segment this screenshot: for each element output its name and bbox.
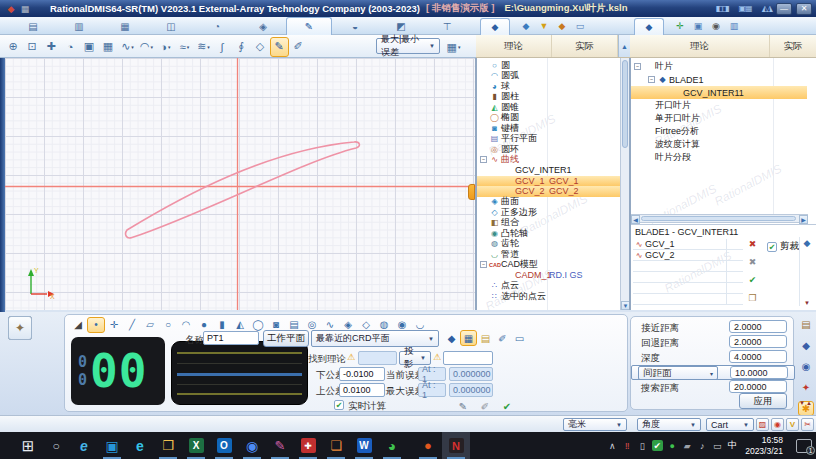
minimize-button[interactable]: — — [776, 3, 792, 15]
start-button[interactable]: ⊞ — [14, 432, 42, 459]
stats-icon[interactable]: ▥ — [726, 18, 742, 35]
tree-item[interactable]: ◡ 管道 — [477, 249, 620, 260]
excel-icon[interactable]: X — [182, 432, 210, 459]
tree-item[interactable]: ◎ 圆环 — [477, 144, 620, 155]
plane-select[interactable]: 最靠近的CRD平面▼ — [311, 330, 439, 347]
scan-patch-icon[interactable]: ≋▾ — [194, 37, 213, 57]
ribbon-tab-machine[interactable]: ◫ — [148, 17, 194, 35]
ime-indicator[interactable]: 中 — [726, 439, 738, 453]
scroll-down-button[interactable]: ▼ — [804, 300, 810, 306]
closed-curve-icon[interactable]: ∮ — [232, 37, 251, 57]
expand-toggle[interactable]: − — [648, 76, 655, 83]
param-input[interactable]: 10.0000 — [730, 366, 788, 379]
graph-icon[interactable]: ▨ — [756, 418, 769, 431]
calibrate-button[interactable]: ✦ — [8, 316, 32, 340]
probe-sound-icon[interactable]: ◆ — [443, 330, 460, 346]
actual-column-header[interactable]: 实际 — [770, 35, 816, 57]
expand-toggle[interactable]: − — [634, 63, 641, 70]
tree-item[interactable]: GCV_1 GCV_1 — [477, 176, 620, 187]
snapshot-status-icon[interactable]: ▣▦ — [739, 4, 752, 13]
delete-icon[interactable]: ✖ — [745, 237, 760, 251]
circle-icon[interactable]: ○ — [159, 317, 177, 333]
arc-icon[interactable]: ◠ — [177, 317, 195, 333]
realtime-checkbox[interactable]: ✔ — [334, 400, 344, 410]
tree-item[interactable]: 开口叶片 — [631, 99, 807, 112]
tray-clipboard-icon[interactable]: ▯ — [636, 439, 648, 453]
report-table-icon[interactable]: ▦▾ — [444, 37, 463, 57]
tree-item[interactable]: ∷ 选中的点云 — [477, 291, 620, 302]
cut-icon[interactable]: ✂ — [801, 418, 814, 431]
scroll-left-button[interactable]: ◀ — [631, 215, 640, 224]
confirm-icon[interactable]: ✔ — [498, 398, 516, 414]
monitor-view-icon[interactable]: ▭ — [511, 330, 528, 346]
orbit-view-icon[interactable]: ◔ — [61, 37, 80, 57]
notification-center-icon[interactable]: 1 — [796, 439, 812, 453]
hand-probe-icon[interactable]: ✐ — [494, 330, 511, 346]
apply-check-icon[interactable]: ✔ — [745, 273, 760, 287]
list-view-icon[interactable]: ▤ — [477, 330, 494, 346]
line-icon[interactable]: ╱ — [123, 317, 141, 333]
tree-item[interactable]: 波纹度计算 — [631, 138, 807, 151]
scroll-down-button[interactable]: ▼ — [621, 301, 630, 310]
unit-select[interactable]: 毫米▼ — [563, 418, 627, 431]
chrome-icon[interactable]: ◉ — [238, 432, 266, 459]
outlook-icon[interactable]: O — [210, 432, 238, 459]
ribbon-tab-file[interactable]: ▤ — [10, 17, 56, 35]
plane-icon[interactable]: ▱ — [141, 317, 159, 333]
close-button[interactable]: ✕ — [796, 3, 812, 15]
probe-tool-icon[interactable]: ✦ — [798, 380, 814, 395]
tree-item[interactable]: 叶片分段 — [631, 151, 807, 164]
doc-search-icon[interactable]: ❏ — [322, 432, 350, 459]
scroll-arrows[interactable]: ▼▲ — [799, 400, 813, 406]
param-input[interactable]: 20.0000 — [729, 380, 787, 393]
filter-icon[interactable]: ▼ — [536, 18, 552, 35]
lower-tolerance-input[interactable]: -0.0100 — [339, 367, 385, 381]
tree-item[interactable]: GCV_INTER11 — [631, 86, 807, 99]
tree-item[interactable]: ◕ 球 — [477, 81, 620, 92]
explorer-icon[interactable]: ❒ — [154, 432, 182, 459]
tray-wechat-icon[interactable]: ● — [666, 439, 678, 453]
trim-checkbox[interactable]: ✔ — [767, 242, 777, 252]
tree-item[interactable]: ◙ 键槽 — [477, 123, 620, 134]
vector-icon[interactable]: V — [786, 418, 799, 431]
camera-icon[interactable]: ◉ — [708, 18, 724, 35]
tree-item[interactable]: ∴ 点云 — [477, 281, 620, 292]
blade-profile-curve[interactable] — [126, 142, 360, 238]
theory-column-header[interactable]: 理论 — [476, 35, 552, 57]
search-icon[interactable]: ○ — [42, 432, 70, 459]
axis-point-icon[interactable]: ✛ — [105, 317, 123, 333]
tree-item[interactable]: ◇ 正多边形 — [477, 207, 620, 218]
tree-item[interactable]: ◉ 凸轮轴 — [477, 228, 620, 239]
features-tab[interactable]: ◆ — [480, 18, 510, 35]
tray-shield-icon[interactable]: ✔ — [651, 439, 663, 453]
scrollbar-thumb[interactable] — [622, 60, 628, 148]
tree-item[interactable]: ◯ 椭圆 — [477, 113, 620, 124]
pan-icon[interactable]: ✚ — [42, 37, 61, 57]
ribbon-tab-document[interactable]: ▥ — [56, 17, 102, 35]
scroll-up-button[interactable]: ▲ — [618, 35, 630, 57]
angle-select[interactable]: 角度▼ — [637, 418, 701, 431]
machine-status-icon[interactable]: ◧◨ — [715, 4, 728, 13]
edit-curve-icon[interactable]: ✐ — [289, 37, 308, 57]
tree-item[interactable]: ◍ 齿轮 — [477, 239, 620, 250]
tree-item[interactable]: ◠ 圆弧 — [477, 71, 620, 82]
exit-icon[interactable]: ❐ — [745, 291, 760, 305]
detail-row[interactable]: ∿ GCV_2 — [633, 250, 743, 261]
probe-mode-icon[interactable]: ◢ — [69, 317, 87, 333]
draw-curve-icon[interactable]: ✎ — [270, 37, 289, 57]
ppt-icon[interactable]: ● — [414, 432, 442, 459]
defender-icon[interactable]: ✚ — [294, 432, 322, 459]
tree-item[interactable]: 单开口叶片 — [631, 112, 807, 125]
tray-chevron-icon[interactable]: ∧ — [606, 439, 618, 453]
tray-volume-icon[interactable]: ♪ — [696, 439, 708, 453]
tree-item[interactable]: CADM_1 RD.I GS — [477, 270, 620, 281]
tree-item[interactable]: ◈ 曲面 — [477, 197, 620, 208]
point-icon[interactable]: • — [87, 317, 105, 333]
open-curve-icon[interactable]: ∫ — [213, 37, 232, 57]
param-input[interactable]: 2.0000 — [729, 320, 787, 333]
eraser-icon[interactable]: ✐ — [476, 398, 494, 414]
splitter-handle[interactable] — [468, 184, 475, 200]
edge-icon[interactable]: e — [126, 432, 154, 459]
scan-circle-icon[interactable]: ◑▾ — [156, 37, 175, 57]
tree-item[interactable]: ▮ 圆柱 — [477, 92, 620, 103]
